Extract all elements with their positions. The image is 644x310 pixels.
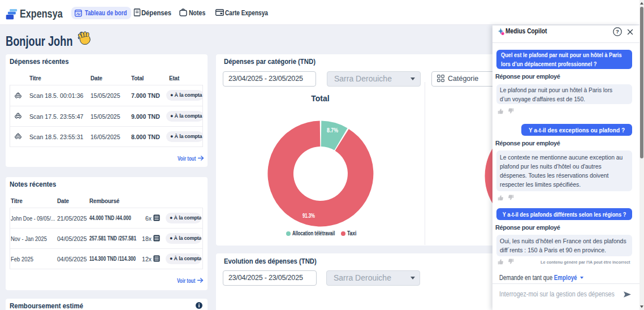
svg-text:?: ? [616, 28, 619, 35]
svg-text:91.3%: 91.3% [302, 213, 315, 219]
svg-text:8.7%: 8.7% [327, 127, 338, 134]
